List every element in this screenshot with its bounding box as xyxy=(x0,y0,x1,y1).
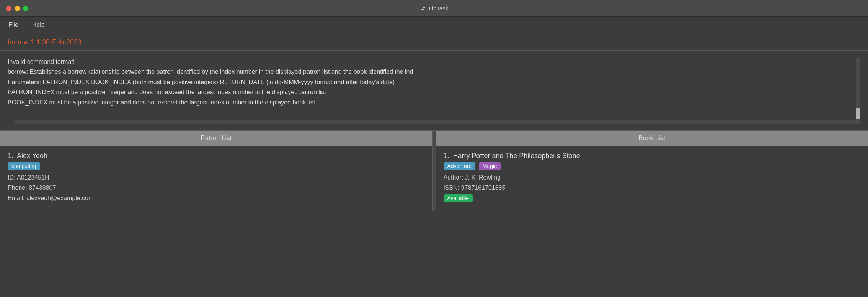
patron-phone: Phone: 87438807 xyxy=(8,183,425,193)
close-button[interactable] xyxy=(6,6,11,11)
patron-tags: computing xyxy=(8,162,425,172)
menu-file[interactable]: File xyxy=(6,20,21,30)
book-author: Author: J. K. Rowling xyxy=(444,172,861,183)
vertical-scrollbar-thumb[interactable] xyxy=(856,108,860,119)
book-list-content: 1. Harry Potter and The Philosopher's St… xyxy=(436,146,868,211)
menu-help[interactable]: Help xyxy=(30,20,47,30)
patron-list-section: Patron List 1. Alex Yeoh computing ID: A… xyxy=(0,131,433,211)
book-isbn: ISBN: 9787161701885 xyxy=(444,183,861,193)
patron-tag-computing: computing xyxy=(8,162,40,170)
output-line-4: BOOK_INDEX must be a positive integer an… xyxy=(8,98,860,108)
app-icon: 🗂 xyxy=(420,5,426,12)
minimize-button[interactable] xyxy=(15,6,20,11)
book-status-available: Available xyxy=(444,194,473,202)
patron-id: ID: A0123451H xyxy=(8,172,425,183)
maximize-button[interactable] xyxy=(23,6,28,11)
vertical-scrollbar-track[interactable] xyxy=(856,57,860,120)
menu-bar: File Help xyxy=(0,17,868,33)
book-list-header: Book List xyxy=(436,131,868,146)
output-line-1: borrow: Establishes a borrow relationshi… xyxy=(8,67,860,77)
book-tags: Adventure Magic xyxy=(444,162,861,172)
patron-list-header: Patron List xyxy=(0,131,432,146)
traffic-lights xyxy=(6,6,28,11)
command-area: borrow 1 1 30-Feb-2023 xyxy=(0,33,868,51)
book-list-section: Book List 1. Harry Potter and The Philos… xyxy=(436,131,868,211)
output-text: Invalid command format! borrow: Establis… xyxy=(8,57,860,108)
list-divider[interactable] xyxy=(433,131,436,211)
book-title: 1. Harry Potter and The Philosopher's St… xyxy=(444,152,861,160)
command-text: borrow 1 1 30-Feb-2023 xyxy=(8,38,82,46)
output-scroll[interactable]: Invalid command format! borrow: Establis… xyxy=(8,57,860,120)
output-line-2: Parameters: PATRON_INDEX BOOK_INDEX (bot… xyxy=(8,77,860,87)
output-area: Invalid command format! borrow: Establis… xyxy=(0,51,868,131)
book-tag-magic: Magic xyxy=(479,162,501,170)
app-title: 🗂 LibTask xyxy=(420,5,449,12)
output-line-3: PATRON_INDEX must be a positive integer … xyxy=(8,87,860,97)
patron-email: Email: alexyeoh@example.com xyxy=(8,193,425,203)
book-tag-adventure: Adventure xyxy=(444,162,476,170)
horizontal-scrollbar[interactable] xyxy=(15,120,860,124)
title-bar: 🗂 LibTask xyxy=(0,0,868,17)
output-line-0: Invalid command format! xyxy=(8,57,860,67)
patron-list-content: 1. Alex Yeoh computing ID: A0123451H Pho… xyxy=(0,146,432,211)
patron-name: 1. Alex Yeoh xyxy=(8,152,425,160)
lists-wrapper: Patron List 1. Alex Yeoh computing ID: A… xyxy=(0,131,868,211)
